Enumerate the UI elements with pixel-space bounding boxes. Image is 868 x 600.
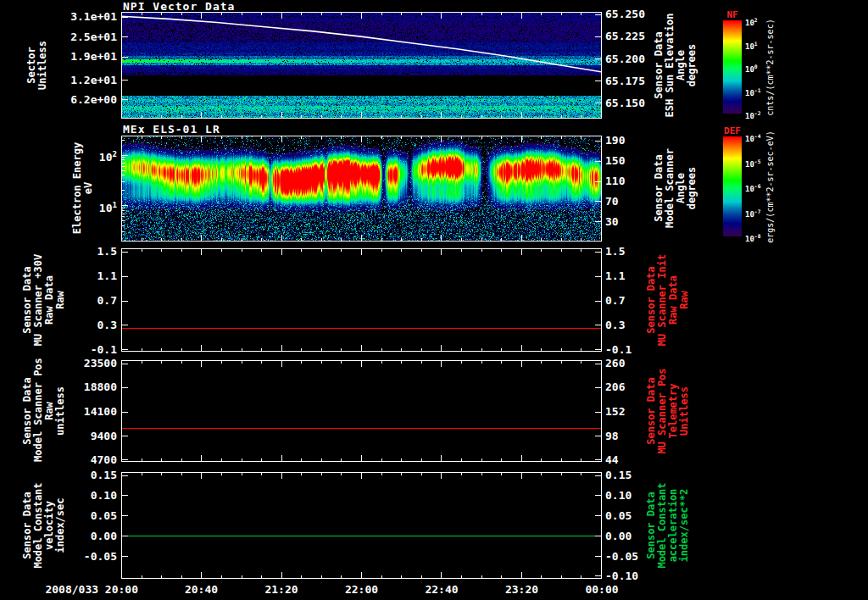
def-colorbar-units: ergs/(cm**2-sr-sec-eV): [765, 124, 775, 251]
y-tick-label-right: 190: [605, 135, 625, 146]
colorbar-tick-label: 10-7: [745, 208, 760, 219]
y-tick-label-left: 102: [58, 149, 117, 160]
x-tick-label: 22:40: [416, 584, 467, 595]
y-tick-label-right: 1.1: [605, 270, 625, 281]
y-tick-label-right: 0.10: [605, 490, 632, 501]
nf-colorbar-units: cnts/(cm**2-sr-sec): [765, 4, 775, 131]
y-tick-label-left: 0.15: [58, 469, 117, 481]
y-tick-label-left: 0.00: [58, 531, 117, 542]
def-colorbar: [723, 136, 742, 236]
y-tick-label-right: 70: [605, 196, 619, 207]
nf-colorbar: [723, 20, 742, 114]
colorbar-tick-label: 101: [745, 40, 758, 51]
y-tick-label-right: -0.05: [605, 551, 638, 562]
y-tick-label-left: 1.9e+01: [58, 51, 117, 62]
y-tick-label-right: 0.05: [605, 510, 632, 521]
scannerpos-right-axis-label: Sensor Data MU Scanner Pos Telemetry Uni…: [646, 360, 690, 462]
y-tick-label-right: -0.1: [605, 344, 632, 355]
y-tick-label-right: 44: [605, 454, 619, 465]
model-constant-velocity-plot-canvas: [121, 472, 602, 579]
model-scanner-pos-plot-canvas: [121, 360, 602, 462]
y-tick-label-right: 260: [605, 358, 625, 369]
y-tick-label-right: 0.7: [605, 295, 625, 306]
y-tick-label-right: 65.200: [605, 53, 645, 64]
colorbar-tick-label: 100: [745, 63, 758, 74]
y-tick-label-right: 110: [605, 175, 625, 186]
acceleration-right-axis-label: Sensor Data Model Constant acceleration …: [646, 472, 690, 579]
colorbar-tick-label: 10-8: [745, 232, 760, 243]
colorbar-tick-label: 102: [745, 16, 758, 27]
colorbar-tick-label: 10-2: [745, 109, 760, 120]
y-tick-label-right: 65.250: [605, 8, 645, 19]
y-tick-label-left: 0.7: [58, 295, 117, 306]
x-tick-label: 00:00: [576, 584, 627, 595]
y-tick-label-left: 101: [58, 200, 117, 211]
y-tick-label-left: 2.5e+01: [58, 31, 117, 42]
y-tick-label-left: 1.1: [58, 270, 117, 281]
mu30v-right-axis-label: Sensor Data MU Scanner Init Raw Data Raw: [646, 248, 690, 352]
panel-npi-title: NPI Vector Data: [123, 0, 235, 13]
y-tick-label-left: 23500: [58, 358, 117, 369]
y-tick-label-left: 3.1e+01: [58, 11, 117, 22]
y-tick-label-right: 98: [605, 431, 619, 442]
npi-right-axis-label: Sensor Data ESH Sun Elevation Angle degr…: [654, 12, 698, 119]
y-tick-label-right: 65.175: [605, 75, 645, 86]
y-tick-label-right: 0.15: [605, 469, 632, 481]
y-tick-label-right: 30: [605, 216, 619, 227]
x-tick-label: 20:40: [176, 584, 227, 595]
y-tick-label-right: -0.10: [605, 570, 638, 581]
y-tick-label-left: 1.2e+01: [58, 75, 117, 86]
y-tick-label-right: 1.5: [605, 246, 625, 257]
x-tick-label: 21:20: [256, 584, 307, 595]
y-tick-label-right: 65.150: [605, 97, 645, 108]
colorbar-tick-label: 10-4: [745, 132, 760, 143]
nf-colorbar-title: NF: [717, 9, 748, 20]
y-tick-label-left: -0.1: [58, 344, 117, 355]
y-tick-label-right: 0.00: [605, 531, 632, 542]
colorbar-tick-label: 10-1: [745, 86, 760, 97]
y-tick-label-left: 0.05: [58, 510, 117, 521]
colorbar-tick-label: 10-6: [745, 182, 760, 193]
y-tick-label-left: 18800: [58, 381, 117, 392]
npi-left-axis-label: Sector Unitless: [26, 12, 48, 119]
y-tick-label-right: 152: [605, 406, 625, 417]
def-colorbar-title: DEF: [715, 125, 749, 136]
y-tick-label-left: 4700: [58, 454, 117, 465]
x-tick-label: 23:20: [497, 584, 548, 595]
y-tick-label-right: 206: [605, 381, 625, 392]
colorbar-tick-label: 10-5: [745, 158, 760, 169]
x-tick-label: 22:00: [337, 584, 387, 595]
y-tick-label-left: 1.5: [58, 246, 117, 257]
y-tick-label-right: 0.3: [605, 319, 625, 331]
x-tick-label-start: 2008/033 20:00: [45, 584, 138, 595]
y-tick-label-left: 9400: [58, 431, 117, 442]
els-spectrogram-canvas: [121, 136, 602, 242]
spectrogram-figure: NPI Vector Data MEx ELS-01 LR Sector Uni…: [0, 0, 868, 600]
velocity-left-axis-label: Sensor Data Model Constant velocity inde…: [22, 472, 66, 579]
y-tick-label-left: 0.3: [58, 319, 117, 331]
y-tick-label-right: 150: [605, 155, 625, 166]
y-tick-label-left: -0.05: [58, 551, 117, 562]
npi-spectrogram-canvas: [121, 12, 602, 119]
panel-els-title: MEx ELS-01 LR: [123, 123, 220, 136]
y-tick-label-left: 6.2e+00: [58, 94, 117, 105]
y-tick-label-right: 65.225: [605, 31, 645, 42]
els-right-axis-label: Sensor Data Model Scanner Angle degrees: [654, 136, 698, 242]
y-tick-label-left: 14100: [58, 406, 117, 417]
y-tick-label-left: 0.10: [58, 490, 117, 501]
mu-scanner-30v-plot-canvas: [121, 248, 602, 352]
